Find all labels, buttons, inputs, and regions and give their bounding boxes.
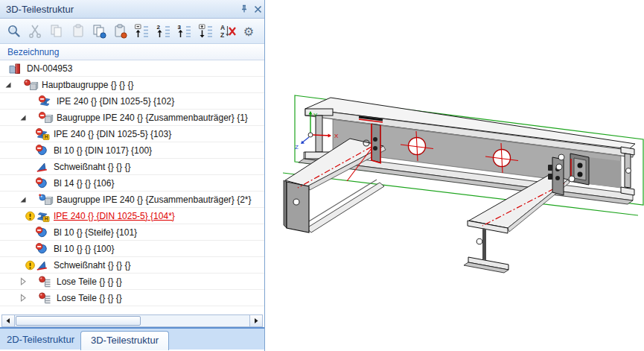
tree-row-label: Schweißnaht {} {} {}: [54, 162, 130, 172]
expander-open-icon[interactable]: [18, 195, 39, 205]
column-header-label: Bezeichnung: [7, 47, 59, 57]
tree-row-label: Hauptbaugruppe {} {} {}: [42, 80, 133, 90]
panel-title: 3D-Teilestruktur: [0, 4, 237, 15]
beam-hidden-h-icon: H: [36, 128, 51, 140]
tree-row-label: Schweißnaht {} {} {}: [54, 260, 130, 271]
tree-row-label: IPE 240 {} {DIN 1025-5} {103}: [54, 129, 171, 139]
axis-label-x: X: [334, 133, 339, 139]
beam-hidden-icon: [39, 95, 54, 107]
svg-text:H: H: [45, 216, 48, 221]
assembly-icon: [24, 79, 39, 91]
svg-text:A: A: [220, 24, 225, 31]
tree-row-lose-teile-2[interactable]: Lose Teile {} {} {}: [0, 290, 264, 306]
tree-row-label: Bl 10 {} {Steife} {101}: [54, 227, 137, 238]
tree-row-bl10-100[interactable]: Bl 10 {} {DIN 1017} {100}: [0, 142, 264, 159]
collapse-level-1-button[interactable]: [133, 22, 152, 41]
expand-all-button[interactable]: [197, 22, 216, 41]
paste-special-button[interactable]: [111, 22, 130, 41]
panel-titlebar: 3D-Teilestruktur: [0, 0, 264, 19]
tree-row-ipe240-103[interactable]: HIPE 240 {} {DIN 1025-5} {103}: [0, 126, 264, 142]
search-button[interactable]: [4, 22, 24, 41]
tree-row-hauptbaugruppe[interactable]: Hauptbaugruppe {} {} {}: [0, 77, 264, 93]
weld-icon: [36, 161, 51, 173]
remove-sort-button[interactable]: AZ: [218, 22, 237, 41]
tree-row-schweissnaht-1[interactable]: Schweißnaht {} {} {}: [0, 159, 264, 175]
tree-row-label: Bl 14 {} {} {106}: [54, 178, 114, 189]
tree-row-label: DN-004953: [27, 63, 72, 74]
application-window: 3D-Teilestruktur 2 3 AZ ⚙ Bezeichnung DN…: [0, 0, 644, 351]
parts-tree: DN-004953 Hauptbaugruppe {} {} {} IPE 24…: [0, 60, 264, 314]
cross-beam-left[interactable]: [284, 139, 386, 233]
tree-row-baugruppe-2[interactable]: Baugruppe IPE 240 {} {Zusammenbauträger}…: [0, 192, 264, 208]
scroll-left-button[interactable]: [2, 315, 15, 326]
settings-button[interactable]: ⚙: [239, 22, 258, 41]
svg-text:⚙: ⚙: [243, 25, 254, 38]
tab-2d-teilestruktur[interactable]: 2D-Teilestruktur: [7, 334, 74, 345]
tree-row-label: Lose Teile {} {} {}: [57, 276, 122, 287]
assembly-hidden-icon: [39, 112, 54, 124]
warning-icon: [25, 259, 36, 271]
axis-label-z: Z: [295, 144, 299, 151]
cut-button[interactable]: [26, 22, 45, 41]
tree-row-baugruppe-1[interactable]: Baugruppe IPE 240 {} {Zusammenbauträger}…: [0, 110, 264, 126]
svg-text:Z: Z: [220, 31, 224, 39]
toolbar: 2 3 AZ ⚙: [0, 19, 264, 44]
3d-viewport[interactable]: Y X Z: [268, 0, 644, 351]
tree-row-label: Baugruppe IPE 240 {} {Zusammenbauträger}…: [57, 113, 248, 123]
tree-row-bl10-100b[interactable]: Bl 10 {} {} {100}: [0, 241, 264, 257]
svg-text:3: 3: [178, 24, 182, 31]
loose-parts-icon: [39, 276, 54, 288]
expander-closed-icon[interactable]: [18, 276, 39, 287]
weld-icon: [36, 259, 51, 271]
tree-row-schweissnaht-2[interactable]: Schweißnaht {} {} {}: [0, 257, 264, 273]
plate-hidden-icon: [36, 177, 51, 189]
svg-text:H: H: [45, 134, 48, 139]
copy-button[interactable]: [47, 22, 66, 41]
expander-open-icon[interactable]: [3, 80, 24, 90]
tree-row-bl14-106[interactable]: Bl 14 {} {} {106}: [0, 175, 264, 192]
plate-hidden-icon: [36, 145, 51, 156]
part-document-icon: [9, 63, 24, 75]
tree-row-label: Lose Teile {} {} {}: [57, 293, 122, 303]
scroll-right-button[interactable]: [249, 315, 262, 326]
tree-row-label: Baugruppe IPE 240 {} {Zusammenbauträger}…: [57, 195, 252, 205]
bottom-tab-bar: 2D-Teilestruktur 3D-Teilestruktur: [0, 327, 264, 350]
assembly-active-icon: [39, 194, 54, 206]
scrollbar-thumb[interactable]: [16, 316, 141, 326]
collapse-level-3-button[interactable]: 3: [175, 22, 194, 41]
tree-row-label: IPE 240 {} {DIN 1025-5} {104*}: [54, 211, 175, 221]
pin-icon[interactable]: [237, 2, 251, 16]
expander-open-icon[interactable]: [18, 113, 39, 123]
tree-row-lose-teile-1[interactable]: Lose Teile {} {} {}: [0, 273, 264, 290]
axis-label-y: Y: [313, 112, 318, 118]
beam-h-icon: H: [36, 210, 51, 222]
plate-hidden-icon: [36, 243, 51, 255]
tree-row-ipe240-102[interactable]: IPE 240 {} {DIN 1025-5} {102}: [0, 93, 264, 110]
paste-button[interactable]: [68, 22, 88, 41]
warning-icon: [25, 210, 36, 222]
loose-parts-icon: [39, 292, 54, 304]
tree-row-label: IPE 240 {} {DIN 1025-5} {102}: [57, 96, 174, 107]
tree-row-ipe240-104-selected[interactable]: HIPE 240 {} {DIN 1025-5} {104*}: [0, 208, 264, 224]
horizontal-scrollbar[interactable]: [1, 314, 263, 327]
parts-structure-panel: 3D-Teilestruktur 2 3 AZ ⚙ Bezeichnung DN…: [0, 0, 265, 351]
plate-hidden-icon: [36, 227, 51, 238]
tree-row-dn-004953[interactable]: DN-004953: [0, 60, 264, 77]
copy-special-button[interactable]: [90, 22, 109, 41]
expander-closed-icon[interactable]: [18, 293, 39, 303]
collapse-level-2-button[interactable]: 2: [154, 22, 173, 41]
tree-row-bl10-101[interactable]: Bl 10 {} {Steife} {101}: [0, 224, 264, 241]
tab-3d-teilestruktur[interactable]: 3D-Teilestruktur: [80, 331, 169, 350]
column-header-bezeichnung[interactable]: Bezeichnung: [0, 44, 264, 60]
svg-text:2: 2: [156, 24, 160, 31]
tree-row-label: Bl 10 {} {} {100}: [54, 244, 114, 254]
close-icon[interactable]: [251, 2, 264, 16]
tree-row-label: Bl 10 {} {DIN 1017} {100}: [54, 145, 152, 156]
